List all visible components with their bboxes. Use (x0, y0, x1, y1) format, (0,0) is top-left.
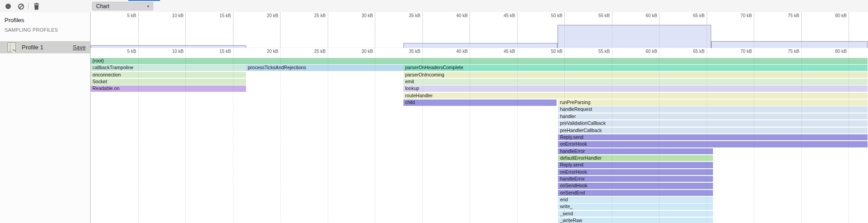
gridline-dashed (422, 12, 423, 47)
overview-tick-label: 65 kB (674, 13, 705, 18)
profiles-sidebar: Profiles SAMPLING PROFILES % Profile 1 S… (0, 12, 91, 223)
flame-bar[interactable]: routeHandler (403, 93, 868, 99)
gridline-dotted (185, 56, 186, 223)
gridline-dashed (849, 12, 849, 47)
gridline (328, 48, 328, 56)
flame-bar[interactable]: _writeRaw (558, 218, 713, 223)
ruler-tick-label: 30 kB (342, 49, 373, 54)
gridline (801, 48, 802, 56)
flame-bar[interactable]: handler (558, 114, 867, 120)
flame-bar[interactable]: onconnection (91, 72, 246, 78)
sidebar-item-profile-1[interactable]: % Profile 1 Save (0, 41, 90, 53)
gridline-dashed (707, 12, 707, 47)
flame-bar[interactable]: defaultErrorHandler (558, 155, 713, 161)
gridline (754, 48, 754, 56)
flame-bar[interactable]: Reply.send (558, 134, 867, 141)
overview-tick-label: 40 kB (437, 13, 468, 18)
ruler-tick-label: 10 kB (153, 49, 184, 54)
gridline (564, 48, 565, 56)
gridline-dashed (138, 12, 139, 47)
gridline-dotted (754, 56, 754, 223)
gridline (185, 48, 186, 56)
gridline-dashed (375, 12, 375, 47)
flame-bar[interactable]: handleError (558, 176, 713, 182)
flame-bar[interactable]: _send (558, 211, 713, 217)
flame-bar[interactable]: Reply.send (558, 162, 713, 168)
gridline-dashed (280, 12, 281, 47)
view-mode-select[interactable]: Chart ▾ (92, 2, 153, 10)
ruler-tick-label: 15 kB (200, 49, 231, 54)
record-button[interactable] (4, 2, 12, 10)
flame-bar[interactable]: onSendHook (558, 183, 713, 189)
gridline-dashed (328, 12, 328, 47)
gridline (233, 48, 233, 56)
gridline-dotted (517, 56, 518, 223)
flame-bar[interactable]: preValidationCallback (558, 120, 867, 127)
gridline-dotted (564, 56, 565, 223)
flame-bar[interactable]: child (403, 100, 557, 106)
sidebar-heading: Profiles (5, 17, 24, 24)
flame-bar[interactable]: onErrorHook (558, 169, 713, 176)
gridline (138, 48, 139, 56)
flame-bar[interactable]: callbackTrampoline (91, 65, 246, 71)
overview-tick-label: 80 kB (816, 13, 847, 18)
flame-bar[interactable]: (root) (91, 58, 868, 64)
gridline (612, 48, 612, 56)
gridline-dashed (801, 12, 802, 47)
overview-area-step (403, 43, 558, 48)
ruler-tick-label: 20 kB (247, 49, 278, 54)
gridline-dashed (185, 12, 186, 47)
gridline-dashed (754, 12, 754, 47)
overview-area-step (711, 41, 868, 48)
flame-graph: (root)callbackTrampolineprocessTicksAndR… (91, 56, 868, 223)
gridline-dashed (564, 12, 565, 47)
save-profile-link[interactable]: Save (73, 44, 86, 51)
profile-name: Profile 1 (22, 44, 44, 51)
flame-bar[interactable]: parserOnHeadersComplete (403, 65, 868, 71)
overview-tick-label: 70 kB (721, 13, 752, 18)
gridline-dotted (375, 56, 375, 223)
gridline (707, 48, 707, 56)
gridline (517, 48, 518, 56)
gridline-dashed (233, 12, 233, 47)
flame-bar[interactable]: preHandlerCallback (558, 128, 867, 134)
gridline-dotted (612, 56, 612, 223)
overview-tick-label: 25 kB (295, 13, 326, 18)
clear-button[interactable] (17, 2, 25, 10)
flame-bar[interactable]: Readable.on (91, 85, 246, 92)
overview-tick-label: 5 kB (106, 13, 136, 18)
flame-bar[interactable]: emit (403, 79, 868, 85)
overview-tick-label: 55 kB (579, 13, 610, 18)
flame-bar[interactable]: onSendEnd (558, 190, 713, 196)
flame-bar[interactable]: Socket (91, 79, 246, 85)
overview-tick-label: 10 kB (153, 13, 184, 18)
gridline-dotted (707, 56, 707, 223)
flame-bar[interactable]: handleError (558, 148, 713, 155)
flame-bar[interactable]: processTicksAndRejections (246, 65, 403, 71)
flame-bar[interactable]: onErrorHook (558, 141, 867, 147)
overview-area-step (558, 25, 711, 48)
flame-bar[interactable]: lookup (403, 85, 868, 92)
gridline (470, 48, 470, 56)
memory-tool-window: Chart ▾ Profiles SAMPLING PROFILES % Pro… (0, 0, 868, 223)
flame-bar[interactable]: end (558, 197, 713, 203)
flame-chart-pane: 5 kB10 kB15 kB20 kB25 kB30 kB35 kB40 kB4… (91, 12, 868, 223)
delete-profile-button[interactable] (32, 2, 40, 10)
ruler-tick-label: 50 kB (532, 49, 563, 54)
overview-tick-label: 75 kB (769, 13, 800, 18)
gridline-dotted (422, 56, 423, 223)
memory-overview[interactable]: 5 kB10 kB15 kB20 kB25 kB30 kB35 kB40 kB4… (91, 12, 868, 48)
gridline (422, 48, 423, 56)
ruler-tick-label: 65 kB (674, 49, 705, 54)
flame-bar[interactable]: handleRequest (558, 106, 867, 113)
flame-bar[interactable]: runPreParsing (558, 100, 867, 106)
block-icon (18, 3, 24, 10)
ruler-tick-label: 70 kB (721, 49, 752, 54)
profile-document-icon: % (7, 43, 16, 52)
gridline-dotted (659, 56, 659, 223)
flame-bar[interactable]: write_ (558, 204, 713, 210)
overview-tick-label: 20 kB (247, 13, 278, 18)
overview-tick-label: 60 kB (626, 13, 657, 18)
trash-icon (33, 3, 40, 10)
flame-bar[interactable]: parserOnIncoming (403, 72, 868, 78)
